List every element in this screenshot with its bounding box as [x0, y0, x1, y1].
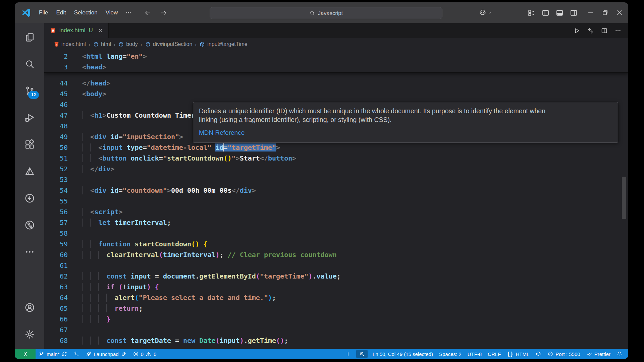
- code-text[interactable]: function startCountdown() {: [68, 239, 207, 249]
- code-text[interactable]: [68, 196, 82, 206]
- editor-scrollbar-thumb[interactable]: [622, 177, 626, 219]
- editor-action-run[interactable]: [573, 27, 580, 34]
- line-number[interactable]: 56: [44, 206, 68, 217]
- code-text[interactable]: <html lang="en">: [68, 51, 147, 62]
- activity-settings[interactable]: [15, 321, 44, 348]
- code-text[interactable]: return;: [68, 303, 143, 314]
- line-number[interactable]: 50: [44, 142, 68, 153]
- code-text[interactable]: <script>: [68, 206, 122, 217]
- code-text[interactable]: </div>: [68, 164, 114, 174]
- line-number[interactable]: 3: [44, 62, 68, 72]
- code-text[interactable]: const input = document.getElementById("t…: [68, 271, 341, 282]
- editor-action-compare[interactable]: [587, 27, 594, 34]
- activity-explorer[interactable]: [15, 24, 44, 51]
- line-number[interactable]: 52: [44, 164, 68, 174]
- code-line[interactable]: 65 return;: [44, 303, 628, 314]
- layout-customize-button[interactable]: [527, 9, 536, 17]
- forward-arrow-icon[interactable]: [160, 9, 167, 17]
- minimize-button[interactable]: [587, 9, 595, 17]
- line-number[interactable]: 53: [44, 174, 68, 185]
- activity-run-debug[interactable]: [15, 104, 44, 131]
- code-line[interactable]: 64 alert("Please select a date and time.…: [44, 292, 628, 303]
- code-line[interactable]: 57 let timerInterval;: [44, 217, 628, 228]
- code-text[interactable]: [68, 174, 82, 185]
- remote-indicator[interactable]: [15, 349, 36, 359]
- activity-account[interactable]: [15, 294, 44, 321]
- status-eol[interactable]: CRLF: [485, 349, 504, 359]
- breadcrumb-item[interactable]: body: [118, 41, 138, 47]
- code-text[interactable]: <input type="datetime-local" id="targetT…: [68, 142, 280, 153]
- code-line[interactable]: 2<html lang="en">: [44, 51, 628, 62]
- code-line[interactable]: 44</head>: [44, 78, 628, 88]
- code-line[interactable]: 54 <div id="countdown">00d 00h 00m 00s</…: [44, 185, 628, 196]
- tab-close-icon[interactable]: [98, 28, 103, 33]
- restore-button[interactable]: [601, 9, 609, 17]
- code-line[interactable]: 52 </div>: [44, 164, 628, 174]
- code-text[interactable]: [68, 228, 82, 239]
- status-launchpad[interactable]: Launchpad: [83, 349, 129, 359]
- menu-selection[interactable]: Selection: [70, 8, 102, 18]
- menu-file[interactable]: File: [35, 8, 52, 18]
- line-number[interactable]: 58: [44, 228, 68, 239]
- code-text[interactable]: [68, 121, 82, 131]
- code-line[interactable]: 58: [44, 228, 628, 239]
- line-number[interactable]: 62: [44, 271, 68, 282]
- line-number[interactable]: 51: [44, 153, 68, 164]
- code-text[interactable]: if (!input) {: [68, 282, 159, 292]
- line-number[interactable]: 64: [44, 292, 68, 303]
- status-copilot-status[interactable]: [532, 349, 544, 359]
- code-text[interactable]: [68, 99, 82, 110]
- code-line[interactable]: 59 function startCountdown() {: [44, 239, 628, 249]
- editor-action-split[interactable]: [601, 27, 608, 34]
- line-number[interactable]: 59: [44, 239, 68, 249]
- line-number[interactable]: 63: [44, 282, 68, 292]
- layout-sidebar-right-button[interactable]: [570, 9, 578, 17]
- code-text[interactable]: <div id="inputSection">: [68, 131, 183, 142]
- status-prettier[interactable]: Prettier: [583, 349, 613, 359]
- editor-action-more[interactable]: [614, 27, 622, 34]
- code-text[interactable]: clearInterval(timerInterval); // Clear p…: [68, 249, 337, 260]
- code-text[interactable]: [68, 324, 82, 335]
- activity-source-control[interactable]: 12: [15, 77, 44, 104]
- code-line[interactable]: 66 }: [44, 314, 628, 324]
- status-cursor-position[interactable]: Ln 50, Col 49 (15 selected): [370, 349, 436, 359]
- status-problems[interactable]: 00: [130, 349, 160, 359]
- code-text[interactable]: <div id="countdown">00d 00h 00m 00s</div…: [68, 185, 256, 196]
- code-line[interactable]: 63 if (!input) {: [44, 282, 628, 292]
- line-number[interactable]: 68: [44, 335, 68, 346]
- status-notifications[interactable]: [613, 349, 626, 359]
- status-branch[interactable]: main*: [36, 349, 70, 359]
- code-text[interactable]: alert("Please select a date and time.");: [68, 292, 276, 303]
- code-text[interactable]: let timerInterval;: [68, 217, 171, 228]
- code-line[interactable]: 61: [44, 260, 628, 271]
- menu-overflow-button[interactable]: [122, 8, 135, 17]
- line-number[interactable]: 65: [44, 303, 68, 314]
- menu-edit[interactable]: Edit: [52, 8, 70, 18]
- status-column-indicator[interactable]: [342, 349, 354, 359]
- code-text[interactable]: <button onclick="startCountdown()">Start…: [68, 153, 296, 164]
- layout-panel-button[interactable]: [555, 9, 564, 17]
- activity-extensions[interactable]: [15, 131, 44, 158]
- code-text[interactable]: <head>: [68, 62, 106, 72]
- code-line[interactable]: 60 clearInterval(timerInterval); // Clea…: [44, 249, 628, 260]
- code-line[interactable]: 53: [44, 174, 628, 185]
- status-zoom-indicator[interactable]: [356, 350, 368, 358]
- code-text[interactable]: }: [68, 314, 110, 324]
- line-number[interactable]: 57: [44, 217, 68, 228]
- line-number[interactable]: 55: [44, 196, 68, 206]
- menu-view[interactable]: View: [102, 8, 122, 18]
- code-line[interactable]: 55: [44, 196, 628, 206]
- status-indentation[interactable]: Spaces: 2: [436, 349, 465, 359]
- code-line[interactable]: 56 <script>: [44, 206, 628, 217]
- mdn-reference-link[interactable]: MDN Reference: [199, 128, 245, 137]
- code-line[interactable]: 62 const input = document.getElementById…: [44, 271, 628, 282]
- line-number[interactable]: 48: [44, 121, 68, 131]
- breadcrumb-item[interactable]: input#targetTime: [199, 41, 247, 47]
- code-line[interactable]: 51 <button onclick="startCountdown()">St…: [44, 153, 628, 164]
- status-language-mode[interactable]: {}HTML: [504, 349, 532, 359]
- line-number[interactable]: 47: [44, 110, 68, 121]
- activity-search[interactable]: [15, 51, 44, 77]
- line-number[interactable]: 66: [44, 314, 68, 324]
- activity-more[interactable]: [15, 238, 44, 265]
- breadcrumb-item[interactable]: index.html: [54, 41, 86, 47]
